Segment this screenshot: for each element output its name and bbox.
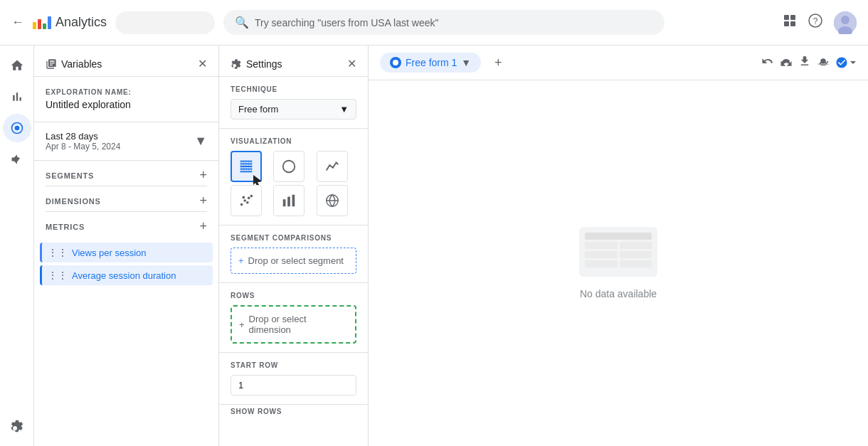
share-icon[interactable] [817,55,830,71]
viz-btn-scatter[interactable] [231,185,262,216]
segment-drop-zone[interactable]: + Drop or select segment [231,248,356,274]
main-layout: Variables ✕ EXPLORATION NAME: Untitled e… [0,46,868,446]
tab-freeform1[interactable]: Free form 1 ▼ [380,53,481,73]
dimension-drop-plus-icon: + [239,319,245,330]
segments-header: SEGMENTS + [34,161,218,186]
technique-value: Free form [238,104,278,115]
tab-circle-icon [390,57,401,68]
sidebar-item-settings[interactable] [3,412,31,440]
metrics-list: ⋮⋮ Views per session ⋮⋮ Average session … [34,237,218,291]
variables-panel-title: Variables [46,58,102,70]
content-area: Free form 1 ▼ + [369,46,868,446]
viz-btn-donut[interactable] [273,151,305,182]
back-icon[interactable]: ← [11,15,24,30]
dimensions-header: DIMENSIONS + [34,186,218,211]
viz-btn-table[interactable] [231,151,262,182]
content-actions [761,55,857,71]
svg-point-7 [841,16,850,24]
svg-rect-19 [283,199,286,206]
app-title: Analytics [55,15,107,30]
add-tab-button[interactable]: + [487,51,509,74]
tab-circle-dot [393,60,398,65]
add-metric-button[interactable]: + [199,219,207,234]
nav-bottom [3,412,31,440]
account-pill[interactable] [115,11,215,34]
svg-rect-1 [790,15,795,20]
logo-bar-red [38,19,41,29]
technique-select[interactable]: Free form ▼ [231,99,356,120]
sidebar-item-advertising[interactable] [3,145,31,174]
avatar[interactable] [834,11,857,34]
drag-handle-icon-2: ⋮⋮ [48,270,68,281]
metrics-header: METRICS + [34,212,218,237]
tab-dropdown-icon: ▼ [461,57,471,68]
svg-point-17 [243,196,245,199]
help-icon[interactable]: ? [808,14,822,31]
viz-btn-line[interactable] [317,151,348,182]
search-bar[interactable]: 🔍 Try searching "users from USA last wee… [223,10,665,35]
variables-panel-header: Variables ✕ [34,46,218,77]
metric-chip-views-per-session[interactable]: ⋮⋮ Views per session [40,243,213,262]
segment-comparisons-label: SEGMENT COMPARISONS [231,234,356,242]
dimension-drop-zone[interactable]: + Drop or select dimension [231,305,356,344]
svg-rect-3 [790,21,795,26]
content-topbar: Free form 1 ▼ + [369,46,868,80]
logo-bar-blue [48,16,51,29]
segment-drop-label: Drop or select segment [248,255,344,266]
svg-point-16 [250,195,253,198]
settings-panel-close[interactable]: ✕ [347,57,356,70]
svg-rect-0 [784,15,789,20]
metric-label-avg-session-duration: Average session duration [72,270,176,281]
technique-dropdown-icon: ▼ [339,104,349,115]
variables-panel-close[interactable]: ✕ [198,57,207,70]
sidebar-item-home[interactable] [3,51,31,80]
svg-rect-2 [784,21,789,26]
download-icon[interactable] [798,55,811,71]
show-rows-label: SHOW ROWS [231,408,356,415]
logo-bars [33,16,51,29]
rows-section: ROWS + Drop or select dimension [219,283,368,353]
date-section: Last 28 days Apr 8 - May 5, 2024 ▼ [34,122,218,161]
logo-bar-yellow [33,22,36,29]
svg-point-18 [246,201,249,204]
no-data-row-3 [585,260,652,267]
exploration-label: EXPLORATION NAME: [46,88,207,96]
variables-panel: Variables ✕ EXPLORATION NAME: Untitled e… [34,46,219,446]
drag-handle-icon: ⋮⋮ [48,247,68,258]
dimensions-label: DIMENSIONS [46,197,101,206]
redo-icon[interactable] [780,55,793,71]
no-data-row-1 [585,242,652,249]
viz-btn-bar[interactable] [273,185,305,216]
dimension-drop-label: Drop or select dimension [249,314,348,335]
settings-panel: Settings ✕ TECHNIQUE Free form ▼ VISUALI… [219,46,369,446]
date-range-label: Last 28 days Apr 8 - May 5, 2024 [46,131,120,152]
sidebar-item-reports[interactable] [3,83,31,111]
svg-point-14 [243,199,246,202]
date-sub: Apr 8 - May 5, 2024 [46,142,120,152]
date-dropdown-icon[interactable]: ▼ [194,134,207,149]
no-data-row-2 [585,251,652,258]
exploration-section: EXPLORATION NAME: Untitled exploration [34,77,218,122]
visualization-section: VISUALIZATION [219,129,368,225]
add-dimension-button[interactable]: + [199,193,207,208]
metric-chip-avg-session-duration[interactable]: ⋮⋮ Average session duration [40,265,213,285]
viz-btn-map[interactable] [317,185,348,216]
date-row: Last 28 days Apr 8 - May 5, 2024 ▼ [46,131,207,152]
grid-icon[interactable] [783,14,797,31]
search-icon: 🔍 [235,16,249,29]
sidebar-item-explore[interactable] [3,114,31,142]
svg-point-12 [286,163,292,169]
topbar: ← Analytics 🔍 Try searching "users from … [0,0,868,46]
exploration-name[interactable]: Untitled exploration [46,99,207,110]
segment-drop-plus-icon: + [238,255,244,266]
svg-text:?: ? [813,16,818,26]
cursor-overlay [253,174,259,179]
metrics-label: METRICS [46,223,85,231]
no-data-table-graphic [579,227,657,277]
start-row-input[interactable] [231,375,356,395]
check-status-icon[interactable] [835,56,857,69]
add-segment-button[interactable]: + [199,168,207,183]
date-range[interactable]: Last 28 days [46,131,120,142]
start-row-section: START ROW [219,353,368,405]
undo-icon[interactable] [761,55,774,71]
